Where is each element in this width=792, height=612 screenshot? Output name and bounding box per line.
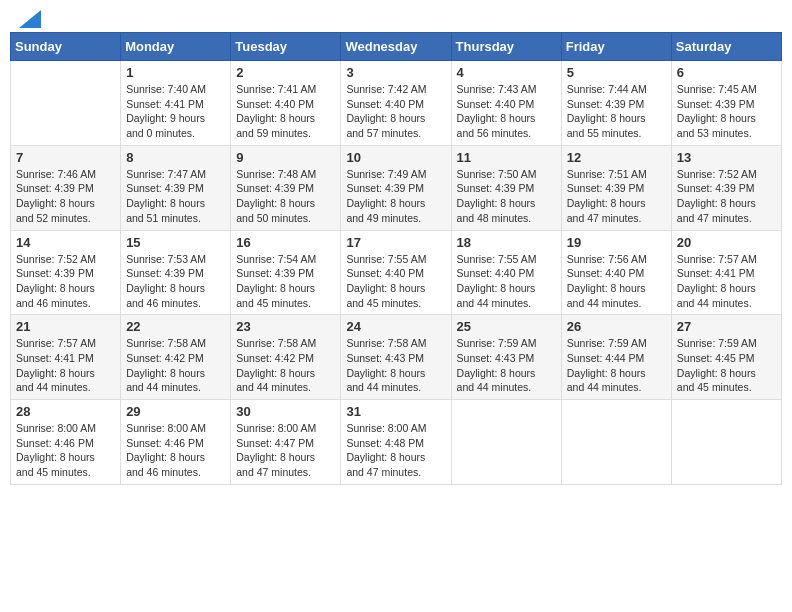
day-cell-18: 18Sunrise: 7:55 AMSunset: 4:40 PMDayligh… bbox=[451, 230, 561, 315]
calendar-week-row: 1Sunrise: 7:40 AMSunset: 4:41 PMDaylight… bbox=[11, 61, 782, 146]
calendar-header-row: SundayMondayTuesdayWednesdayThursdayFrid… bbox=[11, 33, 782, 61]
day-info: Sunrise: 7:52 AMSunset: 4:39 PMDaylight:… bbox=[16, 252, 115, 311]
day-cell-8: 8Sunrise: 7:47 AMSunset: 4:39 PMDaylight… bbox=[121, 145, 231, 230]
day-info: Sunrise: 7:40 AMSunset: 4:41 PMDaylight:… bbox=[126, 82, 225, 141]
day-cell-28: 28Sunrise: 8:00 AMSunset: 4:46 PMDayligh… bbox=[11, 400, 121, 485]
day-number: 27 bbox=[677, 319, 776, 334]
day-cell-1: 1Sunrise: 7:40 AMSunset: 4:41 PMDaylight… bbox=[121, 61, 231, 146]
day-cell-17: 17Sunrise: 7:55 AMSunset: 4:40 PMDayligh… bbox=[341, 230, 451, 315]
day-number: 28 bbox=[16, 404, 115, 419]
calendar-week-row: 14Sunrise: 7:52 AMSunset: 4:39 PMDayligh… bbox=[11, 230, 782, 315]
day-info: Sunrise: 7:49 AMSunset: 4:39 PMDaylight:… bbox=[346, 167, 445, 226]
day-info: Sunrise: 7:54 AMSunset: 4:39 PMDaylight:… bbox=[236, 252, 335, 311]
day-info: Sunrise: 7:59 AMSunset: 4:45 PMDaylight:… bbox=[677, 336, 776, 395]
day-number: 9 bbox=[236, 150, 335, 165]
logo-area bbox=[18, 10, 42, 28]
day-number: 10 bbox=[346, 150, 445, 165]
day-number: 18 bbox=[457, 235, 556, 250]
day-number: 8 bbox=[126, 150, 225, 165]
day-info: Sunrise: 8:00 AMSunset: 4:47 PMDaylight:… bbox=[236, 421, 335, 480]
day-info: Sunrise: 7:57 AMSunset: 4:41 PMDaylight:… bbox=[677, 252, 776, 311]
empty-cell bbox=[671, 400, 781, 485]
col-header-friday: Friday bbox=[561, 33, 671, 61]
day-cell-25: 25Sunrise: 7:59 AMSunset: 4:43 PMDayligh… bbox=[451, 315, 561, 400]
empty-cell bbox=[561, 400, 671, 485]
day-cell-20: 20Sunrise: 7:57 AMSunset: 4:41 PMDayligh… bbox=[671, 230, 781, 315]
day-info: Sunrise: 7:51 AMSunset: 4:39 PMDaylight:… bbox=[567, 167, 666, 226]
day-cell-30: 30Sunrise: 8:00 AMSunset: 4:47 PMDayligh… bbox=[231, 400, 341, 485]
day-number: 25 bbox=[457, 319, 556, 334]
day-number: 16 bbox=[236, 235, 335, 250]
logo-triangle-icon bbox=[19, 10, 41, 28]
day-number: 15 bbox=[126, 235, 225, 250]
day-number: 7 bbox=[16, 150, 115, 165]
day-number: 22 bbox=[126, 319, 225, 334]
day-info: Sunrise: 7:58 AMSunset: 4:42 PMDaylight:… bbox=[126, 336, 225, 395]
day-cell-5: 5Sunrise: 7:44 AMSunset: 4:39 PMDaylight… bbox=[561, 61, 671, 146]
day-cell-29: 29Sunrise: 8:00 AMSunset: 4:46 PMDayligh… bbox=[121, 400, 231, 485]
day-number: 23 bbox=[236, 319, 335, 334]
day-number: 3 bbox=[346, 65, 445, 80]
day-cell-2: 2Sunrise: 7:41 AMSunset: 4:40 PMDaylight… bbox=[231, 61, 341, 146]
day-info: Sunrise: 7:59 AMSunset: 4:44 PMDaylight:… bbox=[567, 336, 666, 395]
calendar-week-row: 7Sunrise: 7:46 AMSunset: 4:39 PMDaylight… bbox=[11, 145, 782, 230]
day-cell-31: 31Sunrise: 8:00 AMSunset: 4:48 PMDayligh… bbox=[341, 400, 451, 485]
day-info: Sunrise: 7:53 AMSunset: 4:39 PMDaylight:… bbox=[126, 252, 225, 311]
day-number: 24 bbox=[346, 319, 445, 334]
svg-marker-0 bbox=[19, 10, 41, 28]
day-cell-14: 14Sunrise: 7:52 AMSunset: 4:39 PMDayligh… bbox=[11, 230, 121, 315]
day-cell-23: 23Sunrise: 7:58 AMSunset: 4:42 PMDayligh… bbox=[231, 315, 341, 400]
day-number: 19 bbox=[567, 235, 666, 250]
empty-cell bbox=[11, 61, 121, 146]
day-info: Sunrise: 7:57 AMSunset: 4:41 PMDaylight:… bbox=[16, 336, 115, 395]
day-number: 21 bbox=[16, 319, 115, 334]
day-info: Sunrise: 7:52 AMSunset: 4:39 PMDaylight:… bbox=[677, 167, 776, 226]
col-header-saturday: Saturday bbox=[671, 33, 781, 61]
day-cell-7: 7Sunrise: 7:46 AMSunset: 4:39 PMDaylight… bbox=[11, 145, 121, 230]
day-cell-19: 19Sunrise: 7:56 AMSunset: 4:40 PMDayligh… bbox=[561, 230, 671, 315]
col-header-tuesday: Tuesday bbox=[231, 33, 341, 61]
day-info: Sunrise: 8:00 AMSunset: 4:48 PMDaylight:… bbox=[346, 421, 445, 480]
day-cell-21: 21Sunrise: 7:57 AMSunset: 4:41 PMDayligh… bbox=[11, 315, 121, 400]
day-cell-15: 15Sunrise: 7:53 AMSunset: 4:39 PMDayligh… bbox=[121, 230, 231, 315]
page-header bbox=[10, 10, 782, 28]
day-cell-12: 12Sunrise: 7:51 AMSunset: 4:39 PMDayligh… bbox=[561, 145, 671, 230]
day-info: Sunrise: 7:58 AMSunset: 4:42 PMDaylight:… bbox=[236, 336, 335, 395]
day-cell-27: 27Sunrise: 7:59 AMSunset: 4:45 PMDayligh… bbox=[671, 315, 781, 400]
day-number: 20 bbox=[677, 235, 776, 250]
day-number: 31 bbox=[346, 404, 445, 419]
day-cell-13: 13Sunrise: 7:52 AMSunset: 4:39 PMDayligh… bbox=[671, 145, 781, 230]
day-info: Sunrise: 7:55 AMSunset: 4:40 PMDaylight:… bbox=[457, 252, 556, 311]
day-info: Sunrise: 7:41 AMSunset: 4:40 PMDaylight:… bbox=[236, 82, 335, 141]
day-info: Sunrise: 7:50 AMSunset: 4:39 PMDaylight:… bbox=[457, 167, 556, 226]
day-info: Sunrise: 7:43 AMSunset: 4:40 PMDaylight:… bbox=[457, 82, 556, 141]
day-info: Sunrise: 7:45 AMSunset: 4:39 PMDaylight:… bbox=[677, 82, 776, 141]
day-number: 6 bbox=[677, 65, 776, 80]
day-info: Sunrise: 7:56 AMSunset: 4:40 PMDaylight:… bbox=[567, 252, 666, 311]
day-cell-24: 24Sunrise: 7:58 AMSunset: 4:43 PMDayligh… bbox=[341, 315, 451, 400]
day-info: Sunrise: 8:00 AMSunset: 4:46 PMDaylight:… bbox=[126, 421, 225, 480]
day-number: 12 bbox=[567, 150, 666, 165]
day-number: 13 bbox=[677, 150, 776, 165]
calendar-week-row: 28Sunrise: 8:00 AMSunset: 4:46 PMDayligh… bbox=[11, 400, 782, 485]
day-number: 11 bbox=[457, 150, 556, 165]
empty-cell bbox=[451, 400, 561, 485]
day-cell-6: 6Sunrise: 7:45 AMSunset: 4:39 PMDaylight… bbox=[671, 61, 781, 146]
col-header-monday: Monday bbox=[121, 33, 231, 61]
day-info: Sunrise: 7:42 AMSunset: 4:40 PMDaylight:… bbox=[346, 82, 445, 141]
col-header-thursday: Thursday bbox=[451, 33, 561, 61]
day-number: 4 bbox=[457, 65, 556, 80]
day-number: 14 bbox=[16, 235, 115, 250]
day-number: 17 bbox=[346, 235, 445, 250]
col-header-sunday: Sunday bbox=[11, 33, 121, 61]
day-info: Sunrise: 7:47 AMSunset: 4:39 PMDaylight:… bbox=[126, 167, 225, 226]
day-number: 5 bbox=[567, 65, 666, 80]
day-number: 26 bbox=[567, 319, 666, 334]
day-cell-4: 4Sunrise: 7:43 AMSunset: 4:40 PMDaylight… bbox=[451, 61, 561, 146]
day-cell-9: 9Sunrise: 7:48 AMSunset: 4:39 PMDaylight… bbox=[231, 145, 341, 230]
day-info: Sunrise: 8:00 AMSunset: 4:46 PMDaylight:… bbox=[16, 421, 115, 480]
day-cell-22: 22Sunrise: 7:58 AMSunset: 4:42 PMDayligh… bbox=[121, 315, 231, 400]
day-info: Sunrise: 7:55 AMSunset: 4:40 PMDaylight:… bbox=[346, 252, 445, 311]
day-cell-3: 3Sunrise: 7:42 AMSunset: 4:40 PMDaylight… bbox=[341, 61, 451, 146]
day-number: 30 bbox=[236, 404, 335, 419]
